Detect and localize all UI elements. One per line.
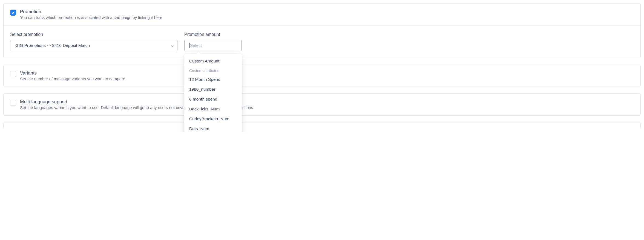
text-cursor	[189, 43, 190, 48]
promotion-card: Promotion You can track which promotion …	[3, 3, 641, 58]
variants-title: Variants	[20, 70, 125, 76]
dropdown-group-custom-attributes: Custom attributes	[184, 66, 242, 75]
variants-subtitle: Set the number of message variants you w…	[20, 76, 125, 81]
promotion-card-header: Promotion You can track which promotion …	[4, 4, 640, 25]
next-card-peek	[3, 122, 641, 129]
dropdown-item[interactable]: Dots_Num	[184, 124, 242, 132]
promotion-amount-label: Promotion amount	[184, 32, 242, 37]
promotion-amount-wrapper: Select Custom Amount Custom attributes 1…	[184, 40, 242, 51]
select-promotion-dropdown[interactable]: GIG Promotions - - $410 Deposit Match	[10, 40, 178, 51]
select-promotion-field: Select promotion GIG Promotions - - $410…	[10, 32, 178, 51]
select-promotion-value: GIG Promotions - - $410 Deposit Match	[15, 43, 90, 48]
multilang-card-header: Multi-language support Set the languages…	[4, 94, 640, 115]
promotion-checkbox[interactable]	[10, 10, 16, 16]
dropdown-item-custom-amount[interactable]: Custom Amount	[184, 56, 242, 66]
promotion-header-text: Promotion You can track which promotion …	[20, 9, 162, 20]
variants-header-text: Variants Set the number of message varia…	[20, 70, 125, 81]
dropdown-item[interactable]: 6 month spend	[184, 94, 242, 104]
variants-card-header: Variants Set the number of message varia…	[4, 65, 640, 87]
dropdown-item[interactable]: BackTicks_Num	[184, 104, 242, 114]
promotion-amount-placeholder: Select	[190, 43, 202, 48]
multilang-card: Multi-language support Set the languages…	[3, 93, 641, 116]
select-promotion-label: Select promotion	[10, 32, 178, 37]
variants-card: Variants Set the number of message varia…	[3, 65, 641, 87]
promotion-subtitle: You can track which promotion is associa…	[20, 15, 162, 20]
dropdown-item[interactable]: 12 Month Spend	[184, 75, 242, 84]
dropdown-item[interactable]: CurleyBrackets_Num	[184, 114, 242, 124]
multilang-checkbox[interactable]	[10, 100, 16, 106]
promotion-card-body: Select promotion GIG Promotions - - $410…	[4, 25, 640, 58]
promotion-title: Promotion	[20, 9, 162, 15]
promotion-amount-dropdown: Custom Amount Custom attributes 12 Month…	[184, 54, 242, 132]
dropdown-item[interactable]: 1980_number	[184, 84, 242, 94]
promotion-amount-select[interactable]: Select	[184, 40, 242, 51]
check-icon	[11, 11, 15, 15]
promotion-amount-field: Promotion amount Select Custom Amount Cu…	[184, 32, 242, 51]
chevron-down-icon	[171, 44, 174, 47]
variants-checkbox[interactable]	[10, 71, 16, 77]
